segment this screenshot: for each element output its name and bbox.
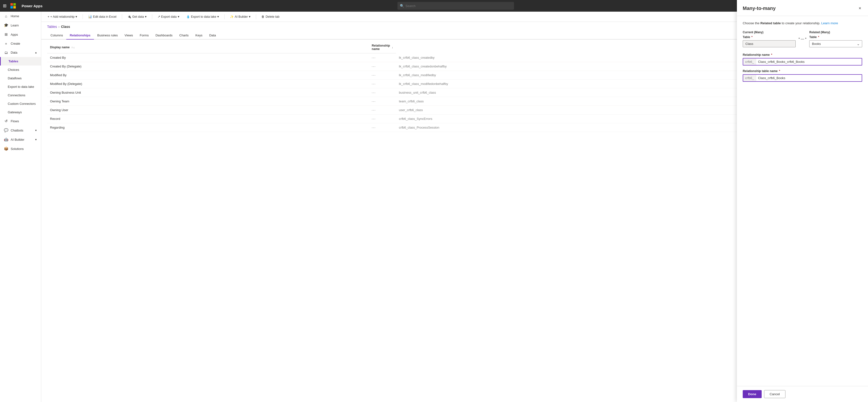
sidebar-item-solutions[interactable]: 📦 Solutions xyxy=(0,144,41,153)
panel-description: Choose the Related table to create your … xyxy=(743,21,862,26)
sidebar-label-chatbots: Chatbots xyxy=(11,129,23,132)
sidebar-label-custom-connectors: Custom Connectors xyxy=(8,102,36,105)
sidebar-item-export-lake[interactable]: Export to data lake xyxy=(0,82,41,91)
many-to-many-panel: Many-to-many × Choose the Related table … xyxy=(737,12,868,402)
cell-actions[interactable]: ··· xyxy=(369,71,396,79)
sidebar-label-tables: Tables xyxy=(8,60,18,63)
sidebar-item-ai-builder[interactable]: 🤖 AI Builder ▼ xyxy=(0,135,41,144)
current-table-input xyxy=(743,40,796,47)
breadcrumb-parent[interactable]: Tables xyxy=(47,25,57,29)
related-many-col: Related (Many) Table * Books Accounts Co… xyxy=(809,31,862,47)
relationship-table-name-input[interactable] xyxy=(756,75,862,81)
relationship-table-name-wrapper: crfb6_ xyxy=(743,74,862,82)
sidebar-label-gateways: Gateways xyxy=(8,110,22,114)
sidebar-label-dataflows: Dataflows xyxy=(8,76,22,80)
tab-keys[interactable]: Keys xyxy=(192,32,206,39)
relationship-table-name-group: Relationship table name * crfb6_ xyxy=(743,69,862,82)
relationship-name-label: Relationship name * xyxy=(743,53,862,57)
tab-data[interactable]: Data xyxy=(206,32,219,39)
current-many-col: Current (Many) Table * xyxy=(743,31,796,47)
sidebar-item-data[interactable]: 🗂 Data ▲ xyxy=(0,48,41,57)
current-many-label: Current (Many) xyxy=(743,31,796,34)
tab-columns[interactable]: Columns xyxy=(47,32,66,39)
sidebar-item-create[interactable]: + Create xyxy=(0,39,41,48)
ai-builder-button[interactable]: ✨ AI Builder ▾ xyxy=(227,13,253,20)
delete-icon: 🗑 xyxy=(261,15,265,19)
search-input[interactable] xyxy=(405,4,512,8)
sidebar-label-connections: Connections xyxy=(8,93,25,97)
relationship-name-sort-icon: ↓ xyxy=(392,46,393,49)
tab-forms[interactable]: Forms xyxy=(136,32,152,39)
relationship-table-name-label: Relationship table name * xyxy=(743,69,862,73)
cell-actions[interactable]: ··· xyxy=(369,114,396,123)
relationship-name-group: Relationship name * crfb6_ xyxy=(743,53,862,66)
export-lake-button[interactable]: 💧 Export to data lake ▾ xyxy=(184,13,221,20)
sidebar-item-choices[interactable]: Choices xyxy=(0,66,41,74)
get-data-button[interactable]: 🔌 Get data ▾ xyxy=(125,13,149,20)
cell-actions[interactable]: ··· xyxy=(369,123,396,132)
learn-more-link[interactable]: Learn more xyxy=(821,21,838,25)
related-table-select[interactable]: Books Accounts Contacts Leads xyxy=(809,40,862,47)
breadcrumb-current: Class xyxy=(61,25,70,29)
sidebar-label-solutions: Solutions xyxy=(11,147,24,150)
display-name-sort-icon: ↑ ↓ xyxy=(72,46,75,49)
add-icon: + xyxy=(48,15,49,19)
toolbar-divider-5 xyxy=(256,14,256,19)
sidebar-item-tables[interactable]: Tables xyxy=(0,57,41,66)
cancel-button[interactable]: Cancel xyxy=(764,390,785,398)
get-data-icon: 🔌 xyxy=(127,15,131,19)
sidebar-label-choices: Choices xyxy=(8,68,19,72)
sidebar-item-learn[interactable]: 🎓 Learn xyxy=(0,21,41,30)
cell-display-name: Modified By xyxy=(47,71,369,79)
cell-display-name: Regarding xyxy=(47,123,369,132)
cell-display-name: Record xyxy=(47,114,369,123)
sidebar-item-chatbots[interactable]: 💬 Chatbots ▼ xyxy=(0,126,41,135)
sidebar-item-custom-connectors[interactable]: Custom Connectors xyxy=(0,99,41,108)
tab-business-rules[interactable]: Business rules xyxy=(94,32,121,39)
cell-actions[interactable]: ··· xyxy=(369,106,396,114)
sidebar-item-home[interactable]: ⌂ Home xyxy=(0,12,41,21)
relationship-name-input-wrapper: crfb6_ xyxy=(743,58,862,66)
sidebar-item-flows[interactable]: ↺ Flows xyxy=(0,116,41,126)
toolbar-divider-4 xyxy=(224,14,225,19)
add-relationship-dropdown-icon: ▾ xyxy=(75,15,77,19)
sidebar-item-apps[interactable]: ⊞ Apps xyxy=(0,30,41,39)
current-required-indicator: * xyxy=(751,35,753,39)
tab-views[interactable]: Views xyxy=(121,32,136,39)
cell-actions[interactable]: ··· xyxy=(369,62,396,71)
sidebar-label-flows: Flows xyxy=(11,120,19,123)
search-icon: 🔍 xyxy=(400,4,404,8)
cell-actions[interactable]: ··· xyxy=(369,79,396,88)
flows-icon: ↺ xyxy=(4,119,8,123)
tab-relationships[interactable]: Relationships xyxy=(66,32,94,39)
sidebar-item-gateways[interactable]: Gateways xyxy=(0,108,41,116)
grid-icon[interactable]: ⊞ xyxy=(3,3,6,8)
delete-table-button[interactable]: 🗑 Delete tab xyxy=(259,14,282,20)
cell-actions[interactable]: ··· xyxy=(369,88,396,97)
sidebar-label-create: Create xyxy=(11,42,20,45)
tab-charts[interactable]: Charts xyxy=(176,32,192,39)
sidebar-label-home: Home xyxy=(11,14,19,18)
cell-actions[interactable]: ··· xyxy=(369,97,396,106)
lake-dropdown-icon: ▾ xyxy=(217,15,219,19)
relationship-name-input[interactable] xyxy=(756,59,862,65)
edit-excel-button[interactable]: 📊 Edit data in Excel xyxy=(86,13,119,20)
rel-name-required: * xyxy=(771,53,772,57)
ai-dropdown-icon: ▾ xyxy=(249,15,251,19)
add-relationship-button[interactable]: + + Add relationship ▾ xyxy=(45,13,80,20)
chatbots-icon: 💬 xyxy=(4,128,8,132)
sidebar-label-data: Data xyxy=(11,51,17,54)
export-data-button[interactable]: ↗ Export data ▾ xyxy=(155,13,182,20)
chatbots-expand-icon: ▼ xyxy=(35,129,37,132)
col-header-display-name[interactable]: Display name ↑ ↓ xyxy=(47,41,369,54)
cell-actions[interactable]: ··· xyxy=(369,54,396,62)
done-button[interactable]: Done xyxy=(743,390,762,398)
sidebar: ⌂ Home 🎓 Learn ⊞ Apps + Create 🗂 Data ▲ … xyxy=(0,12,41,402)
sidebar-item-dataflows[interactable]: Dataflows xyxy=(0,74,41,82)
solutions-icon: 📦 xyxy=(4,146,8,151)
col-header-relationship-name[interactable]: Relationship name ↓ xyxy=(369,41,396,54)
tab-dashboards[interactable]: Dashboards xyxy=(152,32,176,39)
relationship-table-name-prefix: crfb6_ xyxy=(743,75,756,81)
data-icon: 🗂 xyxy=(4,51,8,55)
sidebar-item-connections[interactable]: Connections xyxy=(0,91,41,99)
